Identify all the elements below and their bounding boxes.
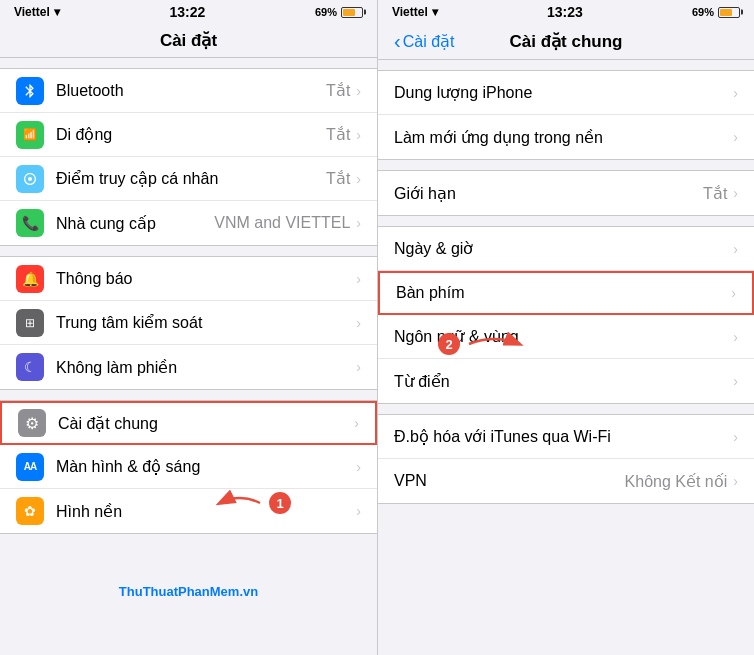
bluetooth-value: Tắt bbox=[326, 81, 350, 100]
khong-lam-label: Không làm phiền bbox=[56, 358, 356, 377]
di-dong-icon: 📶 bbox=[16, 121, 44, 149]
gioi-han-chevron: › bbox=[733, 185, 738, 201]
row-dung-luong[interactable]: Dung lượng iPhone › bbox=[378, 71, 754, 115]
ngon-ngu-chevron: › bbox=[733, 329, 738, 345]
cai-dat-chung-chevron: › bbox=[354, 415, 359, 431]
man-hinh-chevron: › bbox=[356, 459, 361, 475]
thong-bao-label: Thông báo bbox=[56, 270, 356, 288]
group-1: Bluetooth Tắt › 📶 Di động Tắt › bbox=[0, 68, 377, 246]
row-gioi-han[interactable]: Giới hạn Tắt › bbox=[378, 171, 754, 215]
dong-bo-label: Đ.bộ hóa với iTunes qua Wi-Fi bbox=[394, 427, 733, 446]
back-label: Cài đặt bbox=[403, 32, 455, 51]
bluetooth-icon bbox=[16, 77, 44, 105]
row-ngon-ngu[interactable]: Ngôn ngữ & vùng › bbox=[378, 315, 754, 359]
back-button[interactable]: ‹ Cài đặt bbox=[394, 30, 454, 53]
nha-cung-cap-icon: 📞 bbox=[16, 209, 44, 237]
hinh-nen-chevron: › bbox=[356, 503, 361, 519]
carrier-left: Viettel bbox=[14, 5, 50, 19]
right-group-4: Đ.bộ hóa với iTunes qua Wi-Fi › VPN Khôn… bbox=[378, 414, 754, 504]
ngon-ngu-label: Ngôn ngữ & vùng bbox=[394, 327, 733, 346]
nav-title-right-text: Cài đặt chung bbox=[510, 31, 623, 52]
bluetooth-chevron: › bbox=[356, 83, 361, 99]
vpn-value: Không Kết nối bbox=[625, 472, 728, 491]
nav-bar-right: ‹ Cài đặt Cài đặt chung bbox=[378, 22, 754, 60]
gioi-han-value: Tắt bbox=[703, 184, 727, 203]
status-bar-left: Viettel ▾ 13:22 69% bbox=[0, 0, 377, 22]
battery-fill-left bbox=[343, 9, 355, 16]
lam-moi-label: Làm mới ứng dụng trong nền bbox=[394, 128, 733, 147]
tu-dien-label: Từ điển bbox=[394, 372, 733, 391]
battery-pct-right: 69% bbox=[692, 6, 714, 18]
settings-list-right: Dung lượng iPhone › Làm mới ứng dụng tro… bbox=[378, 60, 754, 655]
battery-fill-right bbox=[720, 9, 732, 16]
trung-tam-chevron: › bbox=[356, 315, 361, 331]
dung-luong-chevron: › bbox=[733, 85, 738, 101]
battery-icon-right bbox=[718, 7, 740, 18]
trung-tam-icon: ⊞ bbox=[16, 309, 44, 337]
row-man-hinh[interactable]: AA Màn hình & độ sáng › bbox=[0, 445, 377, 489]
time-left: 13:22 bbox=[169, 4, 205, 20]
row-bluetooth[interactable]: Bluetooth Tắt › bbox=[0, 69, 377, 113]
right-group-3: Ngày & giờ › Bàn phím › Ngôn ngữ & vùng … bbox=[378, 226, 754, 404]
right-group-2: Giới hạn Tắt › bbox=[378, 170, 754, 216]
time-right: 13:23 bbox=[547, 4, 583, 20]
row-khong-lam[interactable]: ☾ Không làm phiền › bbox=[0, 345, 377, 389]
hotspot-chevron: › bbox=[356, 171, 361, 187]
vpn-label: VPN bbox=[394, 472, 625, 490]
nha-cung-cap-chevron: › bbox=[356, 215, 361, 231]
dong-bo-chevron: › bbox=[733, 429, 738, 445]
status-right-right: 69% bbox=[692, 6, 740, 18]
row-di-dong[interactable]: 📶 Di động Tắt › bbox=[0, 113, 377, 157]
khong-lam-chevron: › bbox=[356, 359, 361, 375]
lam-moi-chevron: › bbox=[733, 129, 738, 145]
ban-phim-chevron: › bbox=[731, 285, 736, 301]
left-panel: Viettel ▾ 13:22 69% Cài đặt bbox=[0, 0, 377, 655]
hotspot-label: Điểm truy cập cá nhân bbox=[56, 169, 326, 188]
status-left: Viettel ▾ bbox=[14, 5, 60, 19]
row-tu-dien[interactable]: Từ điển › bbox=[378, 359, 754, 403]
row-trung-tam[interactable]: ⊞ Trung tâm kiểm soát › bbox=[0, 301, 377, 345]
row-cai-dat-chung[interactable]: ⚙ Cài đặt chung › bbox=[0, 401, 377, 445]
khong-lam-icon: ☾ bbox=[16, 353, 44, 381]
group-3: ⚙ Cài đặt chung › AA Màn hình & độ sáng … bbox=[0, 400, 377, 534]
bluetooth-label: Bluetooth bbox=[56, 82, 326, 100]
row-vpn[interactable]: VPN Không Kết nối › bbox=[378, 459, 754, 503]
hinh-nen-label: Hình nền bbox=[56, 502, 356, 521]
row-thong-bao[interactable]: 🔔 Thông báo › bbox=[0, 257, 377, 301]
status-right-left: 69% bbox=[315, 6, 363, 18]
back-chevron-icon: ‹ bbox=[394, 30, 401, 53]
di-dong-value: Tắt bbox=[326, 125, 350, 144]
row-nha-cung-cap[interactable]: 📞 Nhà cung cấp VNM and VIETTEL › bbox=[0, 201, 377, 245]
man-hinh-label: Màn hình & độ sáng bbox=[56, 457, 356, 476]
man-hinh-icon: AA bbox=[16, 453, 44, 481]
wifi-icon: ▾ bbox=[54, 5, 60, 19]
carrier-right: Viettel bbox=[392, 5, 428, 19]
gioi-han-label: Giới hạn bbox=[394, 184, 703, 203]
row-ban-phim[interactable]: Bàn phím › bbox=[378, 271, 754, 315]
hotspot-icon bbox=[16, 165, 44, 193]
cai-dat-chung-label: Cài đặt chung bbox=[58, 414, 354, 433]
row-lam-moi[interactable]: Làm mới ứng dụng trong nền › bbox=[378, 115, 754, 159]
svg-point-0 bbox=[28, 177, 32, 181]
cai-dat-chung-icon: ⚙ bbox=[18, 409, 46, 437]
wifi-icon-right: ▾ bbox=[432, 5, 438, 19]
nav-title-left-text: Cài đặt bbox=[160, 31, 217, 50]
row-ngay-gio[interactable]: Ngày & giờ › bbox=[378, 227, 754, 271]
ngay-gio-chevron: › bbox=[733, 241, 738, 257]
nha-cung-cap-value: VNM and VIETTEL bbox=[214, 214, 350, 232]
dung-luong-label: Dung lượng iPhone bbox=[394, 83, 733, 102]
nha-cung-cap-label: Nhà cung cấp bbox=[56, 214, 214, 233]
ngay-gio-label: Ngày & giờ bbox=[394, 239, 733, 258]
right-group-1: Dung lượng iPhone › Làm mới ứng dụng tro… bbox=[378, 70, 754, 160]
status-left-right: Viettel ▾ bbox=[392, 5, 438, 19]
row-dong-bo[interactable]: Đ.bộ hóa với iTunes qua Wi-Fi › bbox=[378, 415, 754, 459]
group-2: 🔔 Thông báo › ⊞ Trung tâm kiểm soát › ☾ … bbox=[0, 256, 377, 390]
row-hinh-nen[interactable]: ✿ Hình nền › bbox=[0, 489, 377, 533]
trung-tam-label: Trung tâm kiểm soát bbox=[56, 313, 356, 332]
vpn-chevron: › bbox=[733, 473, 738, 489]
tu-dien-chevron: › bbox=[733, 373, 738, 389]
row-hotspot[interactable]: Điểm truy cập cá nhân Tắt › bbox=[0, 157, 377, 201]
status-bar-right: Viettel ▾ 13:23 69% bbox=[378, 0, 754, 22]
di-dong-label: Di động bbox=[56, 125, 326, 144]
battery-pct-left: 69% bbox=[315, 6, 337, 18]
